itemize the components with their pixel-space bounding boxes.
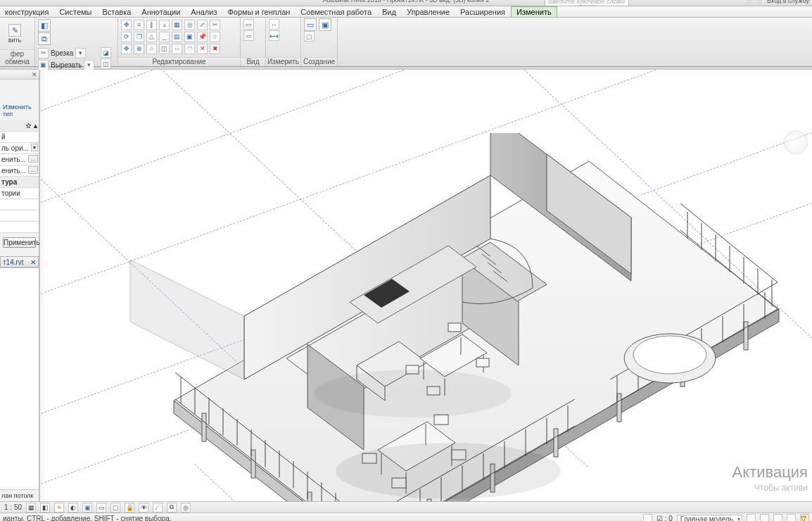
match-icon[interactable]: ⧉ bbox=[38, 32, 51, 45]
crop-icon[interactable]: ◫ bbox=[159, 44, 170, 54]
close-icon[interactable]: ✕ bbox=[32, 71, 37, 78]
detail-icon[interactable]: ▤ bbox=[172, 32, 182, 42]
fillet-icon[interactable]: ◠ bbox=[184, 44, 195, 54]
design-options-dropdown[interactable]: Главная модель bbox=[677, 515, 742, 522]
link-icon[interactable] bbox=[773, 514, 782, 521]
viewport-3d[interactable]: Активация Чтобы активи bbox=[39, 70, 812, 501]
paint-icon[interactable]: ◧ bbox=[38, 19, 51, 32]
create2-icon[interactable]: ▣ bbox=[319, 18, 331, 31]
unpin-icon[interactable]: ○ bbox=[210, 32, 220, 42]
svg-point-60 bbox=[633, 336, 706, 374]
split-icon[interactable]: ◫ bbox=[101, 58, 111, 69]
cope-icon[interactable]: ◪ bbox=[101, 47, 111, 58]
view-icon[interactable]: ▭ bbox=[243, 19, 254, 30]
tab-upravlenie[interactable]: Управление bbox=[402, 6, 455, 17]
editable-icon[interactable] bbox=[760, 514, 769, 521]
copy-icon[interactable]: ❐ bbox=[134, 32, 144, 42]
group-icon[interactable]: ▣ bbox=[184, 32, 195, 42]
prop-row[interactable]: ль ори...▾ bbox=[0, 143, 39, 154]
dropdown-icon[interactable]: ▾ bbox=[75, 48, 86, 58]
tab-vid[interactable]: Вид bbox=[377, 6, 402, 17]
offset-icon[interactable]: ∥ bbox=[146, 20, 157, 30]
extend-icon[interactable]: ↔ bbox=[172, 44, 182, 54]
zoom-icon[interactable]: ⊕ bbox=[134, 44, 144, 54]
select-icon[interactable] bbox=[643, 514, 652, 521]
titlebar: Autodesk Revit 2016 - Проект14.rvt - 3D … bbox=[0, 0, 812, 6]
browser-item[interactable]: лан потолк bbox=[0, 489, 39, 501]
reveal-icon[interactable]: ☄ bbox=[153, 503, 163, 513]
edit-type-button[interactable]: Изменить тип bbox=[1, 81, 37, 119]
analyt-icon[interactable]: ◎ bbox=[181, 503, 191, 513]
viewcube[interactable] bbox=[784, 130, 808, 154]
visual-style-icon[interactable]: ◧ bbox=[40, 503, 50, 513]
hide-icon[interactable]: 👁 bbox=[139, 503, 148, 513]
prop-row[interactable]: тории bbox=[0, 188, 39, 199]
filter-icon[interactable]: ▽ bbox=[800, 514, 809, 521]
pin-icon[interactable] bbox=[787, 514, 796, 521]
crop-show-icon[interactable]: ▢ bbox=[110, 503, 120, 513]
crop-icon[interactable]: ▭ bbox=[96, 503, 106, 513]
panel-label: Вид bbox=[241, 57, 265, 66]
dropdown-icon[interactable]: ▾ bbox=[84, 60, 94, 70]
prop-icon[interactable]: ⧉ bbox=[167, 503, 177, 513]
mirror2-icon[interactable]: △ bbox=[146, 32, 157, 42]
cut-icon[interactable]: ✂ bbox=[38, 48, 49, 58]
panel-label: фер обмена bbox=[0, 49, 34, 66]
tab-sistemy[interactable]: Системы bbox=[54, 6, 97, 17]
orbit-icon[interactable]: ○ bbox=[146, 44, 157, 54]
star-icon[interactable]: ☆ bbox=[756, 0, 763, 4]
tab-formy[interactable]: Формы и генплан bbox=[222, 6, 296, 17]
modify-button[interactable]: ✎ вить bbox=[3, 19, 27, 49]
carve-icon[interactable]: ▣ bbox=[38, 60, 49, 70]
scale-value[interactable]: 1 : 50 bbox=[4, 503, 22, 511]
tab-annotatsii[interactable]: Аннотации bbox=[137, 6, 186, 17]
tab-sovmestnaya[interactable]: Совместная работа bbox=[296, 6, 377, 17]
array-rect-icon[interactable]: ▦ bbox=[172, 20, 182, 30]
browser-tab[interactable]: т14.rvt✕ bbox=[0, 256, 39, 268]
detail-level-icon[interactable]: ▦ bbox=[26, 503, 36, 513]
login-link[interactable]: Вход в службу bbox=[767, 0, 809, 4]
trim-icon[interactable]: ✂ bbox=[210, 20, 220, 30]
pin-icon[interactable]: 📌 bbox=[197, 32, 208, 42]
delete2-icon[interactable]: ✖ bbox=[210, 44, 220, 54]
search-input[interactable]: Введите ключевое слово/фразу bbox=[545, 0, 629, 6]
create-icon[interactable]: ▭ bbox=[304, 18, 317, 31]
prop-row: ☆ ▴ bbox=[0, 120, 39, 132]
create3-icon[interactable]: ▢ bbox=[304, 31, 315, 42]
sun-icon[interactable]: ☀ bbox=[54, 503, 64, 513]
close-icon[interactable]: ✕ bbox=[30, 258, 36, 266]
star-icon[interactable]: ☆ bbox=[746, 0, 752, 4]
status-bar: ианты, CTRL - добавление, SHIFT - снятие… bbox=[0, 513, 812, 521]
apply-button[interactable]: Применить bbox=[3, 237, 36, 248]
measure-icon[interactable]: ↔ bbox=[269, 19, 279, 30]
prop-row[interactable]: енить...… bbox=[0, 154, 39, 165]
lock-icon[interactable]: 🔒 bbox=[125, 503, 134, 513]
move-icon[interactable]: ✥ bbox=[121, 20, 132, 30]
tab-izmenit[interactable]: Изменить bbox=[511, 6, 557, 17]
split2-icon[interactable]: ⎯ bbox=[159, 32, 170, 42]
view2-icon[interactable]: ▭ bbox=[243, 30, 254, 41]
rotate-icon[interactable]: ⟳ bbox=[121, 32, 132, 42]
delete-icon[interactable]: ✕ bbox=[197, 44, 208, 54]
prop-row[interactable]: й bbox=[0, 132, 39, 143]
prop-row: тура bbox=[0, 177, 39, 188]
dim-icon[interactable]: ⟷ bbox=[269, 30, 279, 41]
prop-row[interactable] bbox=[0, 222, 39, 233]
shadows-icon[interactable]: ◐ bbox=[68, 503, 78, 513]
tab-konstruktsiya[interactable]: конструкция bbox=[0, 6, 54, 17]
prop-row[interactable] bbox=[0, 211, 39, 222]
pan-icon[interactable]: ✥ bbox=[121, 44, 132, 54]
tab-rasshireniya[interactable]: Расширения bbox=[455, 6, 511, 17]
worksets-icon[interactable] bbox=[747, 514, 756, 521]
render-icon[interactable]: ▣ bbox=[82, 503, 92, 513]
properties-panel: ✕ Изменить тип ☆ ▴ й ль ори...▾ енить...… bbox=[0, 70, 39, 501]
array-polar-icon[interactable]: ◎ bbox=[184, 20, 195, 30]
align-icon[interactable]: ≡ bbox=[134, 20, 144, 30]
scale-icon[interactable]: ⤢ bbox=[197, 20, 208, 30]
prop-row[interactable] bbox=[0, 199, 39, 211]
svg-rect-9 bbox=[554, 429, 558, 457]
mirror-icon[interactable]: ⟁ bbox=[159, 20, 170, 30]
prop-row[interactable]: енить...… bbox=[0, 165, 39, 177]
tab-vstavka[interactable]: Вставка bbox=[97, 6, 137, 17]
tab-analiz[interactable]: Анализ bbox=[186, 6, 222, 17]
